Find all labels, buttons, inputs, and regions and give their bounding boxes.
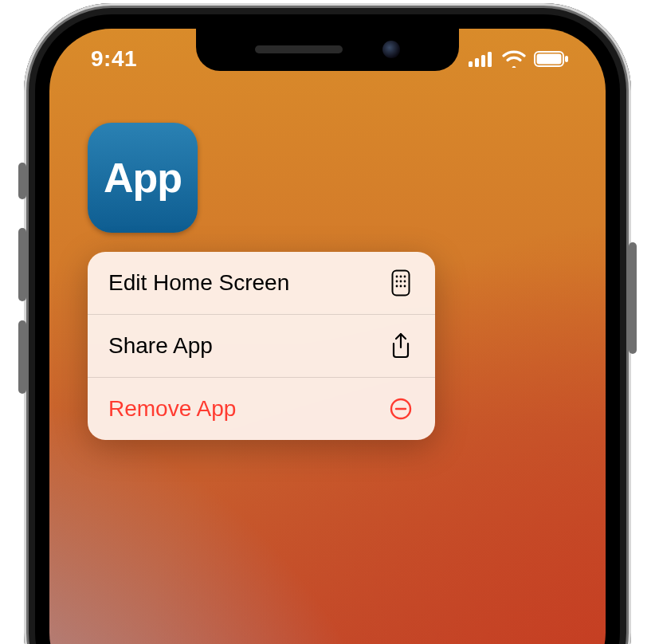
volume-up-button[interactable]: [18, 228, 26, 301]
device-frame: 9:41: [24, 3, 631, 644]
svg-point-12: [400, 281, 402, 283]
apps-grid-icon: [387, 269, 414, 296]
svg-rect-5: [537, 54, 562, 65]
svg-point-10: [404, 276, 406, 278]
menu-item-share-app[interactable]: Share App: [88, 315, 435, 378]
svg-rect-7: [393, 271, 410, 296]
app-icon-label: App: [104, 154, 182, 202]
svg-rect-6: [565, 56, 568, 62]
menu-item-label: Edit Home Screen: [108, 270, 289, 296]
menu-item-label: Share App: [108, 333, 213, 359]
menu-item-label: Remove App: [108, 396, 236, 422]
app-icon[interactable]: App: [88, 123, 198, 233]
svg-rect-0: [469, 61, 473, 67]
svg-point-9: [400, 276, 402, 278]
cellular-signal-icon: [469, 51, 494, 67]
device-bezel: 9:41: [35, 14, 620, 644]
power-button[interactable]: [629, 242, 637, 354]
svg-rect-1: [475, 58, 479, 67]
volume-down-button[interactable]: [18, 320, 26, 394]
svg-point-16: [404, 285, 406, 288]
minus-circle-icon: [387, 395, 414, 422]
svg-point-8: [396, 276, 398, 278]
context-menu: Edit Home Screen: [88, 252, 435, 440]
home-screen[interactable]: 9:41: [49, 29, 606, 644]
svg-point-13: [404, 281, 406, 283]
mute-switch[interactable]: [18, 163, 26, 199]
battery-icon: [534, 51, 569, 67]
svg-point-11: [396, 281, 398, 283]
status-time: 9:41: [91, 46, 137, 72]
svg-rect-2: [481, 55, 485, 67]
status-icons: [469, 50, 569, 68]
svg-point-15: [400, 285, 402, 288]
svg-rect-3: [488, 52, 492, 67]
svg-point-14: [396, 285, 398, 288]
menu-item-remove-app[interactable]: Remove App: [88, 378, 435, 440]
status-bar: 9:41: [49, 43, 606, 75]
menu-item-edit-home-screen[interactable]: Edit Home Screen: [88, 252, 435, 315]
share-icon: [387, 332, 414, 359]
wifi-icon: [502, 50, 526, 68]
